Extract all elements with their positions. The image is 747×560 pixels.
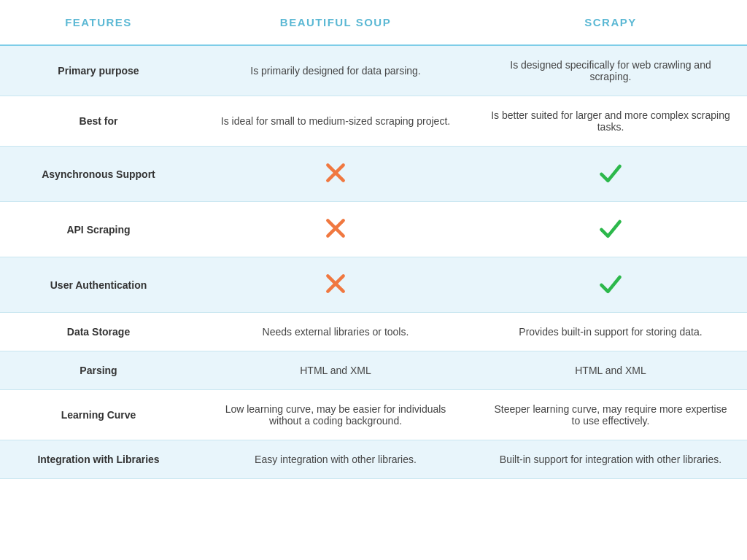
scrapy-cell-async-support [474,147,747,202]
bs-cell-user-auth [197,257,474,313]
scrapy-cell-learning-curve: Steeper learning curve, may require more… [474,390,747,440]
bs-cell-api-scraping [197,202,474,257]
check-icon [597,287,624,299]
feature-label-user-auth: User Authentication [0,257,197,313]
table-row-learning-curve: Learning CurveLow learning curve, may be… [0,390,747,440]
feature-label-api-scraping: API Scraping [0,202,197,257]
header-scrapy: SCRAPY [474,0,747,45]
check-icon [597,232,624,244]
feature-label-async-support: Asynchronous Support [0,147,197,202]
bs-cell-data-storage: Needs external libraries or tools. [197,313,474,351]
feature-label-parsing: Parsing [0,351,197,390]
table-row-api-scraping: API Scraping [0,202,747,257]
feature-label-best-for: Best for [0,96,197,147]
feature-label-integration: Integration with Libraries [0,440,197,479]
table-row-best-for: Best forIs ideal for small to medium-siz… [0,96,747,147]
header-features: FEATURES [0,0,197,45]
table-row-primary-purpose: Primary purposeIs primarily designed for… [0,45,747,96]
scrapy-cell-api-scraping [474,202,747,257]
cross-icon [324,175,347,187]
scrapy-cell-best-for: Is better suited for larger and more com… [474,96,747,147]
bs-cell-parsing: HTML and XML [197,351,474,390]
bs-cell-async-support [197,147,474,202]
feature-label-primary-purpose: Primary purpose [0,45,197,96]
scrapy-cell-parsing: HTML and XML [474,351,747,390]
table-row-integration: Integration with LibrariesEasy integrati… [0,440,747,479]
bs-cell-primary-purpose: Is primarily designed for data parsing. [197,45,474,96]
scrapy-cell-integration: Built-in support for integration with ot… [474,440,747,479]
scrapy-cell-user-auth [474,257,747,313]
table-row-parsing: ParsingHTML and XMLHTML and XML [0,351,747,390]
scrapy-cell-data-storage: Provides built-in support for storing da… [474,313,747,351]
header-beautifulsoup: BEAUTIFUL SOUP [197,0,474,45]
cross-icon [324,230,347,242]
check-icon [597,176,624,188]
table-row-user-auth: User Authentication [0,257,747,313]
bs-cell-learning-curve: Low learning curve, may be easier for in… [197,390,474,440]
table-row-async-support: Asynchronous Support [0,147,747,202]
bs-cell-integration: Easy integration with other libraries. [197,440,474,479]
comparison-table: FEATURES BEAUTIFUL SOUP SCRAPY Primary p… [0,0,747,479]
feature-label-learning-curve: Learning Curve [0,390,197,440]
table-header: FEATURES BEAUTIFUL SOUP SCRAPY [0,0,747,45]
bs-cell-best-for: Is ideal for small to medium-sized scrap… [197,96,474,147]
table-row-data-storage: Data StorageNeeds external libraries or … [0,313,747,351]
scrapy-cell-primary-purpose: Is designed specifically for web crawlin… [474,45,747,96]
cross-icon [324,286,347,298]
feature-label-data-storage: Data Storage [0,313,197,351]
